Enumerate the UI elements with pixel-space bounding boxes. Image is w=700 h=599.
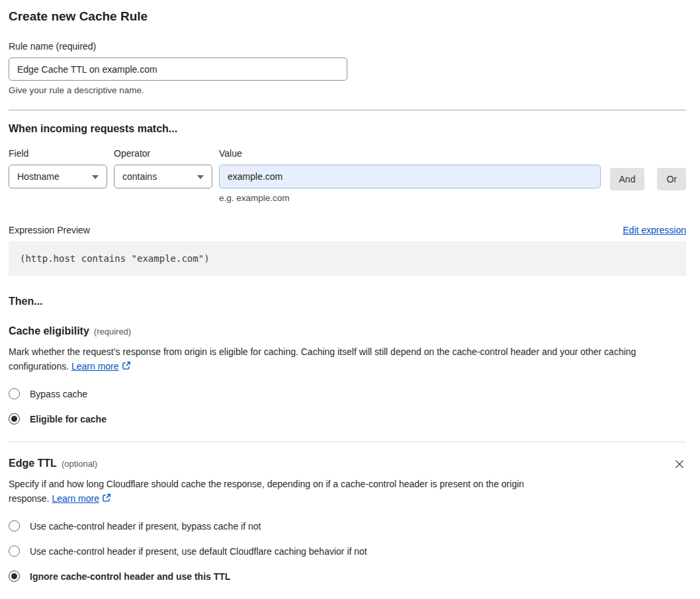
- cache-eligibility-description: Mark whether the request’s response from…: [9, 345, 686, 374]
- expression-code: (http.host contains "example.com"): [20, 253, 210, 264]
- radio-use-header-bypass[interactable]: Use cache-control header if present, byp…: [9, 520, 686, 532]
- connector-buttons: And Or: [610, 167, 686, 190]
- create-cache-rule-form: Create new Cache Rule Rule name (require…: [0, 0, 700, 599]
- radio-ignore-header-use-ttl[interactable]: Ignore cache-control header and use this…: [9, 571, 686, 582]
- edge-ttl-title-wrap: Edge TTL (optional): [9, 458, 97, 469]
- field-select[interactable]: Hostname: [9, 165, 107, 188]
- match-heading: When incoming requests match...: [9, 123, 686, 135]
- cache-eligibility-options: Bypass cache Eligible for cache: [9, 388, 686, 424]
- radio-bypass-cache[interactable]: Bypass cache: [9, 388, 686, 399]
- cache-eligibility-header: Cache eligibility (required): [9, 325, 686, 337]
- section-divider: [9, 110, 686, 110]
- or-button[interactable]: Or: [657, 168, 686, 190]
- page-title: Create new Cache Rule: [9, 9, 686, 24]
- chevron-down-icon: [92, 175, 99, 179]
- edge-ttl-description: Specify if and how long Cloudflare shoul…: [9, 477, 564, 506]
- value-column: Value e.g. example.com: [219, 148, 601, 203]
- close-icon[interactable]: [673, 458, 686, 471]
- radio-icon[interactable]: [9, 545, 20, 557]
- value-label: Value: [219, 148, 601, 159]
- value-help: e.g. example.com: [219, 193, 601, 203]
- rule-name-label: Rule name (required): [9, 41, 686, 52]
- external-link-icon: [122, 360, 131, 375]
- radio-icon[interactable]: [9, 388, 20, 399]
- then-heading: Then...: [9, 296, 686, 307]
- operator-select-value: contains: [122, 171, 157, 182]
- operator-select[interactable]: contains: [114, 165, 212, 188]
- edge-ttl-options: Use cache-control header if present, byp…: [9, 520, 686, 582]
- expression-code-box: (http.host contains "example.com"): [9, 241, 686, 276]
- field-column: Field Hostname: [9, 148, 107, 188]
- section-divider: [9, 442, 686, 442]
- edge-ttl-header: Edge TTL (optional): [9, 458, 686, 471]
- expression-preview-label: Expression Preview: [9, 225, 90, 235]
- operator-column: Operator contains: [114, 148, 212, 188]
- radio-icon[interactable]: [9, 571, 20, 582]
- cache-eligibility-title: Cache eligibility: [9, 325, 89, 337]
- cache-eligibility-qualifier: (required): [94, 327, 131, 337]
- radio-eligible-for-cache[interactable]: Eligible for cache: [9, 413, 686, 424]
- radio-icon[interactable]: [9, 520, 20, 532]
- field-select-value: Hostname: [17, 171, 60, 182]
- field-label: Field: [9, 148, 107, 159]
- learn-more-link[interactable]: Learn more: [52, 493, 99, 504]
- operator-label: Operator: [114, 148, 212, 159]
- edit-expression-link[interactable]: Edit expression: [623, 225, 686, 235]
- rule-name-input[interactable]: [9, 58, 347, 81]
- edge-ttl-qualifier: (optional): [62, 459, 97, 469]
- expression-header: Expression Preview Edit expression: [9, 225, 686, 235]
- radio-icon[interactable]: [9, 413, 20, 424]
- match-expression-row: Field Hostname Operator contains Value e…: [9, 148, 686, 203]
- radio-use-header-default[interactable]: Use cache-control header if present, use…: [9, 545, 686, 557]
- external-link-icon: [102, 493, 111, 507]
- chevron-down-icon: [197, 175, 204, 179]
- and-button[interactable]: And: [610, 168, 645, 190]
- learn-more-link[interactable]: Learn more: [71, 361, 119, 372]
- rule-name-help: Give your rule a descriptive name.: [9, 85, 686, 95]
- edge-ttl-title: Edge TTL: [9, 458, 57, 469]
- value-input[interactable]: [219, 165, 601, 188]
